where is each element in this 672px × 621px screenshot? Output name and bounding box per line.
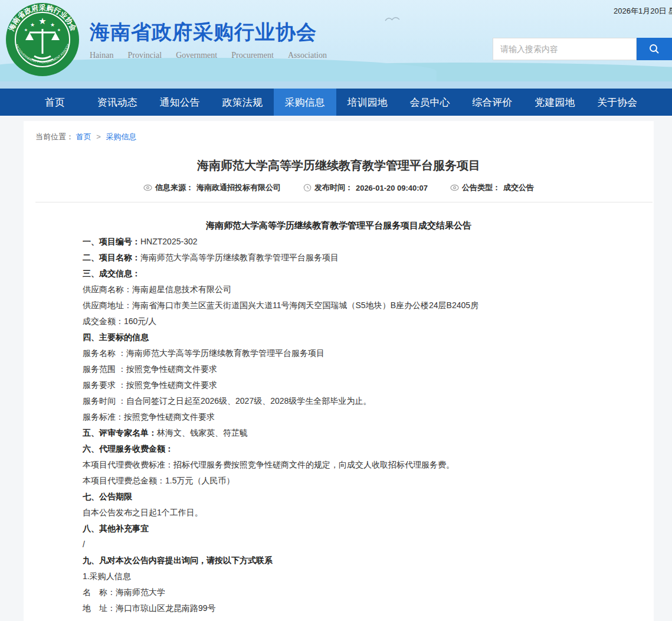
- svg-text:★: ★: [50, 22, 55, 28]
- content-card: 当前位置： 首页 > 采购信息 海南师范大学高等学历继续教育教学管理平台服务项目…: [24, 121, 654, 621]
- body-line: 服务名称 ：海南师范大学高等学历继续教育教学管理平台服务项目: [83, 348, 595, 358]
- search-button[interactable]: [637, 38, 672, 60]
- body-line: 供应商名称：海南超星信息技术有限公司: [83, 284, 595, 295]
- site-title: 海南省政府采购行业协会: [90, 21, 327, 43]
- svg-text:★: ★: [30, 22, 35, 28]
- breadcrumb-link-procurement[interactable]: 采购信息: [106, 132, 136, 141]
- search-bar: [493, 38, 672, 60]
- nav-item-training[interactable]: 培训园地: [336, 89, 399, 116]
- svg-text:★: ★: [38, 16, 46, 26]
- article-title: 海南师范大学高等学历继续教育教学管理平台服务项目: [47, 158, 630, 174]
- site-title-block: 海南省政府采购行业协会 HainanProvincialGovernmentPr…: [90, 21, 327, 60]
- site-subtitle-word: Procurement: [231, 51, 274, 60]
- current-date: 2026年1月20日 星期二: [614, 6, 672, 17]
- body-line: 一、项目编号：HNZT2025-302: [83, 236, 595, 247]
- site-subtitle-word: Government: [176, 51, 217, 60]
- site-subtitle-word: Hainan: [90, 51, 113, 60]
- svg-text:★: ★: [57, 28, 61, 32]
- magnifier-icon: [649, 44, 660, 54]
- body-line: 本项目代理费总金额：1.5万元（人民币）: [83, 475, 595, 486]
- nav-item-policy[interactable]: 政策法规: [211, 89, 274, 116]
- body-line: 名 称：海南师范大学: [83, 587, 595, 597]
- body-line: 五、评审专家名单：林海文、钱家英、符芷毓: [83, 427, 595, 438]
- meta-type-label: 公告类型：: [462, 182, 500, 193]
- body-line: 成交金额：160元/人: [83, 316, 595, 326]
- nav-item-member[interactable]: 会员中心: [398, 89, 461, 116]
- body-line: 九、凡对本次公告内容提出询问，请按以下方式联系: [83, 555, 595, 566]
- body-line: 服务范围 ：按照竞争性磋商文件要求: [83, 364, 595, 374]
- nav-item-home[interactable]: 首页: [24, 89, 86, 116]
- body-line: 本项目代理费收费标准：招标代理服务费按照竞争性磋商文件的规定，向成交人收取招标代…: [83, 459, 595, 470]
- article-meta: 信息来源：海南政通招投标有限公司 发布时间：2026-01-20 09:40:0…: [24, 182, 654, 193]
- body-line: /: [83, 539, 595, 550]
- association-logo-icon: 海南省政府采购行业协会 HAINAN GOVERNMENT PROCUREMEN…: [5, 2, 80, 77]
- nav-item-notice[interactable]: 通知公告: [149, 89, 211, 116]
- nav-item-about[interactable]: 关于协会: [586, 89, 648, 116]
- site-subtitle: HainanProvincialGovernmentProcurementAss…: [90, 51, 327, 60]
- meta-type: 公告类型：成交公告: [450, 182, 534, 193]
- body-line: 海南师范大学高等学历继续教育教学管理平台服务项目成交结果公告: [83, 220, 595, 231]
- site-header: 海南省政府采购行业协会 HAINAN GOVERNMENT PROCUREMEN…: [0, 0, 672, 89]
- meta-source-value: 海南政通招投标有限公司: [196, 182, 281, 193]
- meta-source: 信息来源：海南政通招投标有限公司: [143, 182, 281, 193]
- search-input[interactable]: [493, 38, 637, 60]
- nav-item-news[interactable]: 资讯动态: [86, 89, 149, 116]
- body-line: 八、其他补充事宜: [83, 523, 595, 534]
- body-line: 二、项目名称：海南师范大学高等学历继续教育教学管理平台服务项目: [83, 252, 595, 263]
- body-line: 六、代理服务收费金额：: [83, 443, 595, 454]
- breadcrumb: 当前位置： 首页 > 采购信息: [24, 121, 654, 142]
- site-subtitle-word: Provincial: [128, 51, 162, 60]
- breadcrumb-link-home[interactable]: 首页: [76, 132, 91, 141]
- breadcrumb-separator: >: [96, 132, 101, 141]
- page: 海南省政府采购行业协会 HAINAN GOVERNMENT PROCUREMEN…: [0, 0, 672, 621]
- body-line: 服务标准：按照竞争性磋商文件要求: [83, 411, 595, 422]
- body-line: 三、成交信息：: [83, 268, 595, 279]
- body-line: 服务要求 ：按照竞争性磋商文件要求: [83, 380, 595, 390]
- eye-icon: [450, 184, 459, 191]
- svg-text:★: ★: [24, 28, 28, 32]
- article-body: 海南师范大学高等学历继续教育教学管理平台服务项目成交结果公告一、项目编号：HNZ…: [24, 202, 654, 613]
- nav-item-procurement[interactable]: 采购信息: [274, 89, 336, 116]
- main-nav: 首页资讯动态通知公告政策法规采购信息培训园地会员中心综合评价党建园地关于协会: [0, 89, 672, 116]
- meta-source-label: 信息来源：: [155, 182, 194, 193]
- meta-time-label: 发布时间：: [314, 182, 353, 193]
- clock-icon: [303, 184, 312, 192]
- breadcrumb-label: 当前位置：: [35, 132, 74, 141]
- meta-time: 发布时间：2026-01-20 09:40:07: [303, 182, 428, 193]
- body-line: 1.采购人信息: [83, 571, 595, 581]
- content-area: 当前位置： 首页 > 采购信息 海南师范大学高等学历继续教育教学管理平台服务项目…: [0, 121, 672, 621]
- body-line: 供应商地址：海南省海口市美兰区蓝天街道国兴大道11号海阔天空国瑞城（S5地块）B…: [83, 300, 595, 310]
- body-line: 自本公告发布之日起1个工作日。: [83, 507, 595, 518]
- site-subtitle-word: Association: [288, 51, 327, 60]
- body-line: 地 址：海口市琼山区龙昆南路99号: [83, 603, 595, 613]
- body-line: 七、公告期限: [83, 491, 595, 502]
- header-strip-decoration: [0, 81, 672, 89]
- meta-time-value: 2026-01-20 09:40:07: [356, 184, 428, 192]
- body-line: 四、主要标的信息: [83, 332, 595, 342]
- body-line: 服务时间 ：自合同签订之日起至2026级、2027级、2028级学生全部毕业为止…: [83, 396, 595, 406]
- meta-type-value: 成交公告: [503, 182, 534, 193]
- bird-decoration-icon: [385, 15, 400, 22]
- nav-item-party[interactable]: 党建园地: [523, 89, 586, 116]
- nav-item-evaluation[interactable]: 综合评价: [461, 89, 523, 116]
- eye-icon: [143, 184, 152, 191]
